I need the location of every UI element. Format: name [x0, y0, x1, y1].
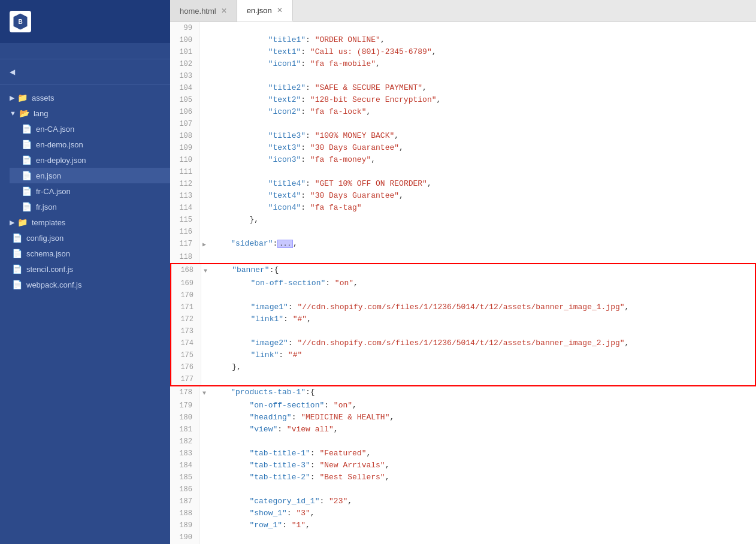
- line-content: "image2": "//cdn.shopify.com/s/files/1/1…: [210, 337, 629, 349]
- file-schema-json-label: schema.json: [26, 249, 70, 258]
- line-arrow: [201, 289, 210, 301]
- line-content: "view": "view all",: [208, 424, 338, 436]
- line-content: "row_1": "1",: [208, 519, 310, 531]
- line-content: "text3": "30 Days Guarantee",: [208, 142, 404, 154]
- line-number: 113: [170, 190, 200, 202]
- line-arrow: [200, 94, 208, 106]
- code-line: 172 "link1": "#",: [171, 313, 755, 325]
- line-content: "tab-title-2": "Best Sellers",: [208, 472, 389, 483]
- line-arrow: [200, 166, 208, 178]
- code-line: 168▼ "banner":{: [171, 264, 755, 277]
- file-en-demo-json[interactable]: 📄 en-demo.json: [10, 137, 170, 152]
- line-number: 180: [170, 412, 200, 424]
- line-content: "image1": "//cdn.shopify.com/s/files/1/1…: [210, 301, 629, 313]
- close-tab-home-html[interactable]: ✕: [221, 7, 227, 15]
- line-arrow: ▼: [201, 264, 210, 277]
- file-en-ca-json[interactable]: 📄 en-CA.json: [10, 121, 170, 137]
- folder-templates[interactable]: ▶ 📁 templates: [0, 214, 170, 230]
- code-line: 105 "text2": "128-bit Secure Encryption"…: [170, 94, 756, 106]
- file-config-json-label: config.json: [26, 234, 63, 243]
- line-number: 176: [171, 361, 201, 373]
- code-line: 101 "text1": "Call us: (801)-2345-6789",: [170, 46, 756, 58]
- line-arrow: [200, 142, 208, 154]
- line-content: [208, 22, 217, 34]
- file-icon: 📄: [22, 140, 32, 149]
- lang-children: 📄 en-CA.json 📄 en-demo.json 📄 en-deploy.…: [0, 121, 170, 214]
- line-arrow: [200, 46, 208, 58]
- line-arrow: [200, 58, 208, 70]
- folder-open-icon: 📂: [19, 108, 29, 118]
- edit-theme-files-header[interactable]: ◀: [0, 59, 170, 85]
- line-content: [208, 226, 217, 238]
- code-line: 188 "show_1": "3",: [170, 507, 756, 519]
- line-number: 190: [170, 531, 200, 543]
- code-line: 107: [170, 118, 756, 130]
- line-content: [208, 531, 217, 543]
- line-number: 107: [170, 118, 200, 130]
- code-line: 183 "tab-title-1": "Featured",: [170, 448, 756, 460]
- line-number: 179: [170, 400, 200, 412]
- code-line: 189 "row_1": "1",: [170, 519, 756, 531]
- code-line: 184 "tab-title-3": "New Arrivals",: [170, 460, 756, 472]
- code-line: 109 "text3": "30 Days Guarantee",: [170, 142, 756, 154]
- line-arrow: [201, 349, 210, 361]
- line-arrow: [200, 130, 208, 142]
- close-tab-en-json[interactable]: ✕: [277, 6, 283, 14]
- code-line: 181 "view": "view all",: [170, 424, 756, 436]
- line-number: 103: [170, 70, 200, 82]
- folder-assets-label: assets: [32, 93, 55, 102]
- line-content: [208, 70, 217, 82]
- line-content: "on-off-section": "on",: [208, 400, 357, 412]
- tab-en-json[interactable]: en.json ✕: [237, 0, 293, 22]
- line-arrow: [200, 436, 208, 448]
- line-content: [210, 373, 218, 385]
- line-content: "text1": "Call us: (801)-2345-6789",: [208, 46, 437, 58]
- file-en-deploy-json[interactable]: 📄 en-deploy.json: [10, 152, 170, 168]
- code-line: 111: [170, 166, 756, 178]
- line-content: [208, 166, 217, 178]
- line-content: [208, 436, 217, 448]
- file-fr-ca-json[interactable]: 📄 fr-CA.json: [10, 183, 170, 199]
- line-arrow: [201, 361, 210, 373]
- folder-lang[interactable]: ▼ 📂 lang: [0, 105, 170, 121]
- line-number: 99: [170, 22, 200, 34]
- line-number: 185: [170, 472, 200, 483]
- file-en-json[interactable]: 📄 en.json: [10, 168, 170, 183]
- file-icon: 📄: [22, 202, 32, 211]
- file-config-json[interactable]: 📄 config.json: [0, 230, 170, 246]
- file-fr-json-label: fr.json: [36, 203, 57, 211]
- file-fr-ca-json-label: fr-CA.json: [36, 187, 71, 196]
- line-arrow: ▼: [200, 386, 208, 400]
- file-fr-json[interactable]: 📄 fr.json: [10, 199, 170, 214]
- line-number: 105: [170, 94, 200, 106]
- code-editor[interactable]: 99 100 "title1": "ORDER ONLINE",101 "tex…: [170, 22, 756, 544]
- line-number: 183: [170, 448, 200, 460]
- line-number: 100: [170, 34, 200, 46]
- line-arrow: [200, 531, 208, 543]
- line-content: "title4": "GET 10% OFF ON REORDER",: [208, 178, 432, 190]
- line-content: "sidebar":...,: [208, 238, 298, 251]
- code-line: 100 "title1": "ORDER ONLINE",: [170, 34, 756, 46]
- code-line: 110 "icon3": "fa fa-money",: [170, 154, 756, 166]
- tab-home-html[interactable]: home.html ✕: [170, 0, 237, 22]
- file-webpack-conf-js[interactable]: 📄 webpack.conf.js: [0, 277, 170, 292]
- line-number: 104: [170, 82, 200, 94]
- line-arrow: [200, 202, 208, 214]
- file-en-ca-json-label: en-CA.json: [36, 125, 74, 134]
- folder-templates-label: templates: [32, 218, 65, 227]
- line-number: 112: [170, 178, 200, 190]
- line-content: "products-tab-1":{: [208, 386, 315, 400]
- code-line: 117▶ "sidebar":...,: [170, 238, 756, 251]
- file-en-deploy-json-label: en-deploy.json: [36, 156, 86, 165]
- line-arrow: [201, 277, 210, 289]
- line-arrow: [200, 70, 208, 82]
- folder-assets[interactable]: ▶ 📁 assets: [0, 90, 170, 105]
- line-arrow: [201, 337, 210, 349]
- line-number: 171: [171, 301, 201, 313]
- file-schema-json[interactable]: 📄 schema.json: [0, 246, 170, 261]
- line-number: 169: [171, 277, 201, 289]
- file-stencil-conf-js[interactable]: 📄 stencil.conf.js: [0, 261, 170, 277]
- code-line: 190: [170, 531, 756, 543]
- code-line: 178▼ "products-tab-1":{: [170, 386, 756, 400]
- line-content: "icon4": "fa fa-tag": [208, 202, 362, 214]
